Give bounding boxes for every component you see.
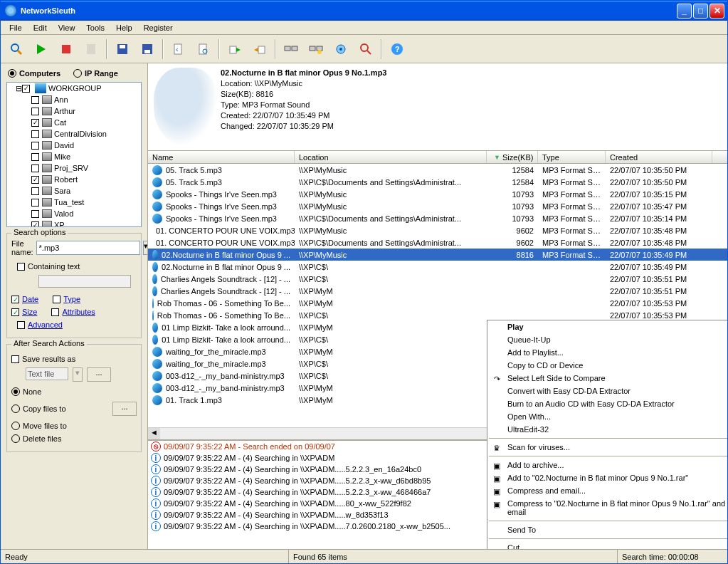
list-header[interactable]: Name Location ▼ Size(KB) Type Created [148, 151, 727, 164]
context-item[interactable]: Send To▶ [487, 523, 727, 536]
col-name: Name [148, 151, 295, 163]
tree-item[interactable]: CentralDivision [7, 128, 141, 140]
save-icon[interactable] [111, 38, 134, 61]
table-row[interactable]: 02.Nocturne in B flat minor Opus 9 ...\\… [148, 261, 727, 273]
window: NetworkSleuth _ □ ✕ File Edit View Tools… [0, 0, 728, 564]
context-item[interactable]: Select Left Side to Compare↷ [487, 372, 727, 385]
context-item[interactable]: Cut [487, 541, 727, 549]
svg-text:‹: ‹ [176, 45, 179, 53]
tree-item[interactable]: Ann [7, 94, 141, 105]
table-row[interactable]: Rob Thomas - 06 - Something To Be...\\XP… [148, 297, 727, 309]
action-delete[interactable]: Delete files [23, 434, 61, 443]
menu-edit[interactable]: Edit [28, 22, 53, 33]
computer-tree[interactable]: ⊟ ✓WORKGROUP AnnArthur✓CatCentralDivisio… [6, 82, 142, 227]
tree-item[interactable]: Valod [7, 208, 141, 219]
search-icon[interactable] [5, 38, 28, 61]
play-icon[interactable] [30, 38, 53, 61]
type-checkbox[interactable]: Type [63, 295, 80, 303]
tree-item[interactable]: Tua_test [7, 197, 141, 208]
attr-checkbox[interactable]: Attributes [62, 308, 95, 316]
svg-rect-8 [144, 50, 150, 53]
save-results-checkbox[interactable]: Save results as [22, 355, 75, 363]
minimize-button[interactable]: _ [677, 4, 692, 19]
tree-item[interactable]: Sara [7, 185, 141, 197]
export-icon[interactable] [223, 38, 246, 61]
svg-rect-19 [310, 46, 315, 51]
table-row[interactable]: 01. CONCERTO POUR UNE VOIX.mp3\\XP\C$\Do… [148, 236, 727, 249]
menu-register[interactable]: Register [138, 22, 179, 33]
svg-rect-4 [87, 44, 95, 54]
tree-item[interactable]: Arthur [7, 105, 141, 117]
open-icon[interactable] [136, 38, 159, 61]
context-item[interactable]: Compress to "02.Nocturne in B flat minor… [487, 497, 727, 518]
table-row[interactable]: Spooks - Things Ir've Seen.mp3\\XP\MyMus… [148, 200, 727, 212]
context-item[interactable]: Play [487, 320, 727, 333]
help-icon[interactable]: ? [386, 38, 408, 61]
svg-marker-2 [37, 44, 46, 54]
table-row[interactable]: Spooks - Things Ir've Seen.mp3\\XP\C$\Do… [148, 212, 727, 224]
context-item[interactable]: Scan for viruses...♛ [487, 441, 727, 454]
browse-copy-button[interactable]: ... [112, 402, 137, 416]
svg-rect-13 [230, 46, 236, 53]
app-icon [5, 5, 16, 16]
tree-item[interactable]: Proj_SRV [7, 162, 141, 174]
table-row[interactable]: 01. CONCERTO POUR UNE VOIX.mp3\\XP\MyMus… [148, 224, 727, 236]
maximize-button[interactable]: □ [693, 4, 708, 19]
filename-input[interactable] [36, 241, 140, 255]
size-checkbox[interactable]: Size [22, 308, 37, 316]
page-prev-icon[interactable]: ‹ [167, 38, 190, 61]
menu-view[interactable]: View [53, 22, 81, 33]
menu-help[interactable]: Help [110, 22, 138, 33]
filename-dropdown-icon[interactable]: ▾ [143, 241, 148, 255]
context-menu[interactable]: PlayQueue-It-UpAdd to Playlist...Copy to… [487, 320, 727, 549]
context-item[interactable]: Add to Playlist... [487, 346, 727, 359]
menu-file[interactable]: File [4, 22, 28, 33]
table-row[interactable]: Charlies Angels Soundtrack - [12] - ...\… [148, 273, 727, 285]
context-item[interactable]: Queue-It-Up [487, 333, 727, 346]
table-row[interactable]: 05. Track 5.mp3\\XP\MyMusic12584MP3 Form… [148, 164, 727, 176]
tree-item[interactable]: Mike [7, 151, 141, 162]
action-move[interactable]: Move files to [23, 422, 67, 430]
containing-checkbox[interactable]: Containing text [28, 262, 80, 271]
col-created: Created [606, 151, 712, 163]
tree-item[interactable]: David [7, 140, 141, 151]
table-row[interactable]: 05. Track 5.mp3\\XP\C$\Documents and Set… [148, 176, 727, 188]
mode-computers[interactable]: Computers [8, 69, 60, 78]
window-title: NetworkSleuth [21, 6, 75, 15]
status-time: Search time: 00:00:08 [617, 550, 727, 563]
date-checkbox[interactable]: Date [22, 295, 38, 303]
toolbar: ‹ ? [1, 35, 727, 63]
gear-icon[interactable] [329, 38, 352, 61]
tree-item[interactable]: ✓Cat [7, 117, 141, 128]
sherlock-icon [154, 68, 218, 146]
menu-tools[interactable]: Tools [80, 22, 110, 33]
computers-gear-icon[interactable] [305, 38, 327, 61]
table-row[interactable]: Spooks - Things Ir've Seen.mp3\\XP\MyMus… [148, 188, 727, 200]
context-item[interactable]: Add to archive...▣ [487, 459, 727, 471]
context-item[interactable]: UltraEdit-32 [487, 423, 727, 436]
import-icon[interactable] [248, 38, 271, 61]
doc-icon[interactable] [80, 38, 102, 61]
browse-save-button[interactable]: ... [87, 367, 111, 382]
context-item[interactable]: Open With... [487, 410, 727, 423]
stop-icon[interactable] [55, 38, 78, 61]
statusbar: Ready Found 65 items Search time: 00:00:… [1, 549, 727, 563]
close-button[interactable]: ✕ [709, 4, 724, 19]
tree-item[interactable]: ✓XP [7, 219, 141, 227]
context-item[interactable]: Convert with Easy CD-DA Extractor [487, 385, 727, 397]
context-item[interactable]: Compress and email...▣ [487, 484, 727, 497]
context-item[interactable]: Copy to CD or Device [487, 359, 727, 372]
context-item[interactable]: Add to "02.Nocturne in B flat minor Opus… [487, 471, 727, 484]
page-find-icon[interactable] [192, 38, 215, 61]
context-item[interactable]: Burn to an Audio CD with Easy CD-DA Extr… [487, 397, 727, 410]
table-row[interactable]: 02.Nocturne in B flat minor Opus 9 ...\\… [148, 249, 727, 261]
mode-iprange[interactable]: IP Range [73, 69, 118, 78]
titlebar[interactable]: NetworkSleuth _ □ ✕ [1, 1, 727, 21]
tree-item[interactable]: ✓Robert [7, 174, 141, 185]
table-row[interactable]: Charlies Angels Soundtrack - [12] - ...\… [148, 285, 727, 297]
action-copy[interactable]: Copy files to [23, 404, 66, 413]
advanced-checkbox[interactable]: Advanced [28, 320, 63, 329]
zoom-red-icon[interactable] [354, 38, 377, 61]
computers-icon[interactable] [280, 38, 302, 61]
action-none[interactable]: None [23, 387, 41, 396]
